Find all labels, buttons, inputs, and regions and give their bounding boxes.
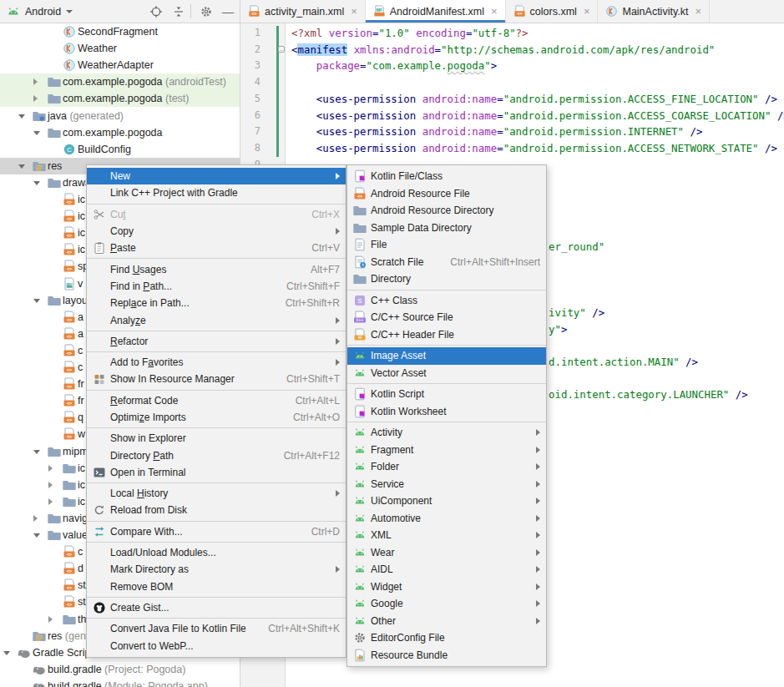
menu-item-file[interactable]: File bbox=[347, 236, 546, 254]
menu-item-convert-java-file-to-kotlin-file[interactable]: Convert Java File to Kotlin FileCtrl+Alt… bbox=[87, 620, 346, 637]
menu-item-show-in-explorer[interactable]: Show in Explorer bbox=[87, 430, 346, 447]
menu-item-widget[interactable]: Widget bbox=[347, 578, 546, 596]
menu-item-analyze[interactable]: Analyze bbox=[87, 311, 346, 328]
expand-arrow-icon[interactable] bbox=[33, 515, 38, 522]
menu-item-image-asset[interactable]: Image Asset bbox=[347, 347, 546, 365]
project-view-selector[interactable]: Android bbox=[7, 0, 73, 23]
menu-item-reformat-code[interactable]: Reformat CodeCtrl+Alt+L bbox=[87, 392, 346, 409]
tree-row-weather[interactable]: Weather bbox=[0, 40, 240, 57]
menu-item-label: Show in Explorer bbox=[110, 432, 186, 444]
menu-item-paste[interactable]: PasteCtrl+V bbox=[87, 240, 346, 256]
menu-item-remove-bom[interactable]: Remove BOM bbox=[87, 578, 346, 595]
menu-item-convert-to-webp[interactable]: Convert to WebP... bbox=[87, 637, 346, 654]
tree-row-com-example-pogoda-test[interactable]: com.example.pogoda (test) bbox=[0, 90, 240, 107]
menu-item-uicomponent[interactable]: UiComponent bbox=[347, 493, 546, 510]
menu-item-sample-data-directory[interactable]: Sample Data Directory bbox=[347, 220, 546, 237]
menu-item-android-resource-file[interactable]: <>Android Resource File bbox=[347, 185, 546, 203]
menu-item-android-resource-directory[interactable]: Android Resource Directory bbox=[347, 202, 546, 220]
menu-item-add-to-favorites[interactable]: Add to Favorites bbox=[87, 354, 346, 371]
hide-panel-button[interactable]: — bbox=[221, 5, 235, 18]
expand-arrow-icon[interactable] bbox=[18, 114, 25, 119]
menu-item-kotlin-script[interactable]: Kotlin Script bbox=[347, 386, 546, 403]
close-tab-icon[interactable]: × bbox=[491, 6, 498, 17]
close-tab-icon[interactable]: × bbox=[695, 6, 701, 17]
menu-item-vector-asset[interactable]: Vector Asset bbox=[347, 365, 546, 382]
tab-activity-main-xml[interactable]: <>activity_main.xml× bbox=[240, 0, 366, 23]
expand-arrow-icon[interactable] bbox=[33, 78, 38, 85]
expand-arrow-icon[interactable] bbox=[48, 616, 53, 623]
submenu-arrow-icon bbox=[336, 490, 340, 497]
expand-arrow-icon[interactable] bbox=[33, 181, 40, 185]
tree-row-com-example-pogoda[interactable]: com.example.pogoda bbox=[0, 124, 240, 141]
tree-row-buildconfig[interactable]: CBuildConfig bbox=[0, 141, 240, 158]
menu-item-automotive[interactable]: Automotive bbox=[347, 510, 546, 528]
code-token: = bbox=[360, 59, 366, 72]
menu-item-optimize-imports[interactable]: Optimize ImportsCtrl+Alt+O bbox=[87, 409, 346, 426]
expand-arrow-icon[interactable] bbox=[18, 164, 25, 169]
menu-item-google[interactable]: Google bbox=[347, 595, 546, 613]
xml-icon: <> bbox=[63, 377, 76, 391]
expand-arrow-icon[interactable] bbox=[33, 95, 38, 102]
collapse-all-button[interactable] bbox=[172, 5, 185, 18]
menu-item-wear[interactable]: Wear bbox=[347, 544, 546, 562]
menu-item-directory[interactable]: Directory bbox=[347, 270, 546, 288]
expand-arrow-icon[interactable] bbox=[48, 498, 53, 505]
menu-item-directory-path[interactable]: Directory PathCtrl+Alt+F12 bbox=[87, 447, 346, 463]
menu-item-folder[interactable]: Folder bbox=[347, 458, 546, 476]
menu-item-find-in-path[interactable]: Find in Path...Ctrl+Shift+F bbox=[87, 278, 346, 295]
tab-androidmanifest-xml[interactable]: MFAndroidManifest.xml× bbox=[366, 0, 506, 23]
menu-item-load-unload-modules[interactable]: Load/Unload Modules... bbox=[87, 544, 346, 561]
tree-row-build-gradle-module-pogoda-app[interactable]: build.gradle (Module: Pogoda.app) bbox=[0, 678, 240, 687]
tab-mainactivity-kt[interactable]: MainActivity.kt× bbox=[598, 0, 710, 23]
menu-item-scratch-file[interactable]: Scratch FileCtrl+Alt+Shift+Insert bbox=[347, 254, 546, 271]
menu-item-c-c-source-file[interactable]: C++C/C++ Source File bbox=[347, 309, 546, 326]
settings-gear-button[interactable] bbox=[200, 5, 213, 18]
menu-item-local-history[interactable]: Local History bbox=[87, 485, 346, 502]
expand-arrow-icon[interactable] bbox=[33, 450, 40, 454]
menu-item-compare-with[interactable]: Compare With...Ctrl+D bbox=[87, 523, 346, 540]
menu-item-label: Fragment bbox=[371, 444, 413, 456]
menu-item-create-gist[interactable]: Create Gist... bbox=[87, 599, 346, 616]
menu-item-show-in-resource-manager[interactable]: Show In Resource ManagerCtrl+Shift+T bbox=[87, 371, 346, 387]
expand-arrow-icon[interactable] bbox=[48, 482, 53, 488]
menu-item-other[interactable]: Other bbox=[347, 613, 546, 630]
menu-item-activity[interactable]: Activity bbox=[347, 424, 546, 442]
menu-item-resource-bundle[interactable]: Resource Bundle bbox=[347, 647, 546, 664]
tree-row-weatheradapter[interactable]: WeatherAdapter bbox=[0, 57, 240, 73]
menu-item-find-usages[interactable]: Find UsagesAlt+F7 bbox=[87, 260, 346, 277]
menu-item-refactor[interactable]: Refactor bbox=[87, 333, 346, 350]
menu-item-cut[interactable]: CutCtrl+X bbox=[87, 206, 346, 223]
expand-arrow-icon[interactable] bbox=[33, 299, 40, 303]
menu-item-kotlin-worksheet[interactable]: Kotlin Worksheet bbox=[347, 403, 546, 421]
menu-item-replace-in-path[interactable]: Replace in Path...Ctrl+Shift+R bbox=[87, 295, 346, 311]
menu-item-open-in-terminal[interactable]: Open in Terminal bbox=[87, 464, 346, 481]
tree-row-com-example-pogoda-androidtest[interactable]: com.example.pogoda (androidTest) bbox=[0, 73, 240, 90]
tab-colors-xml[interactable]: <>colors.xml× bbox=[506, 0, 599, 23]
folder-icon bbox=[48, 92, 61, 105]
menu-item-mark-directory-as[interactable]: Mark Directory as bbox=[87, 561, 346, 578]
expand-arrow-icon[interactable] bbox=[33, 533, 40, 538]
menu-item-xml[interactable]: XML bbox=[347, 527, 546, 544]
tree-row-build-gradle-project-pogoda[interactable]: build.gradle (Project: Pogoda) bbox=[0, 661, 240, 678]
menu-item-copy[interactable]: Copy bbox=[87, 223, 346, 240]
menu-item-link-c-project-with-gradle[interactable]: Link C++ Project with Gradle bbox=[87, 184, 346, 201]
close-tab-icon[interactable]: × bbox=[584, 6, 590, 17]
close-tab-icon[interactable]: × bbox=[351, 6, 357, 17]
menu-item-service[interactable]: Service bbox=[347, 476, 546, 493]
expand-arrow-icon[interactable] bbox=[3, 651, 10, 655]
menu-item-new[interactable]: New bbox=[87, 168, 346, 184]
menu-item-aidl[interactable]: AIDL bbox=[347, 561, 546, 578]
menu-item-editorconfig-file[interactable]: EditorConfig File bbox=[347, 629, 546, 647]
tree-row-secondfragment[interactable]: SecondFragment bbox=[0, 23, 240, 40]
tree-row-java-generated[interactable]: java (generated) bbox=[0, 108, 240, 124]
expand-arrow-icon[interactable] bbox=[33, 131, 40, 135]
menu-item-c-c-header-file[interactable]: HC/C++ Header File bbox=[347, 326, 546, 344]
locate-file-button[interactable] bbox=[149, 5, 163, 18]
fold-marker-icon[interactable]: - bbox=[278, 46, 285, 53]
menu-item-fragment[interactable]: Fragment bbox=[347, 442, 546, 459]
menu-item-kotlin-file-class[interactable]: Kotlin File/Class bbox=[347, 168, 546, 185]
expand-arrow-icon[interactable] bbox=[48, 465, 53, 472]
menu-item-c-class[interactable]: SC++ Class bbox=[347, 292, 546, 310]
line-number: 3 bbox=[240, 58, 260, 74]
menu-item-reload-from-disk[interactable]: Reload from Disk bbox=[87, 502, 346, 518]
